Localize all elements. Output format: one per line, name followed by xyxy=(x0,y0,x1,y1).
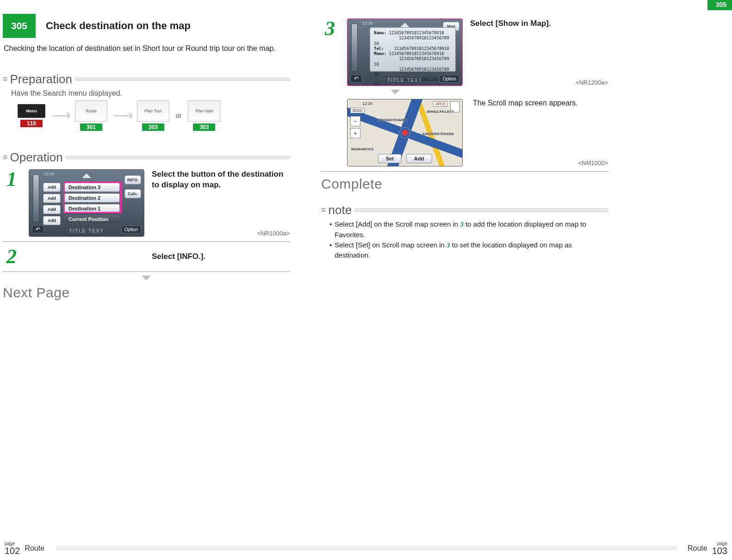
poi-tag: 4P03 xyxy=(433,101,447,107)
ref-tag-303b[interactable]: 303 xyxy=(193,123,215,131)
ref-tag-115[interactable]: 115 xyxy=(20,120,43,127)
or-label: or xyxy=(176,112,181,119)
note-line-2: • Select [Set] on Scroll map screen in 3… xyxy=(329,240,608,261)
step-number-1: 1 xyxy=(3,169,20,237)
note-line-1: • Select [Add] on the Scroll map screen … xyxy=(329,219,608,240)
complete-label: Complete xyxy=(321,176,608,192)
step3-text: Select [Show in Map]. xyxy=(470,18,608,79)
option-button[interactable]: Option xyxy=(440,75,459,83)
page-footer: page 102 Route Route page 103 xyxy=(5,542,727,555)
map-pin-icon xyxy=(400,128,410,138)
arrow-icon xyxy=(52,112,68,119)
scale-label: 300m xyxy=(350,108,365,113)
top-right-page-tab: 305 xyxy=(707,0,732,10)
add-button[interactable]: Add xyxy=(43,205,61,214)
section-header: 305 Check destination on the map xyxy=(3,14,290,38)
chevron-down-icon xyxy=(391,90,400,94)
back-button[interactable]: ↶ xyxy=(350,74,362,83)
preparation-label: Preparation xyxy=(10,72,72,86)
separator xyxy=(3,241,290,242)
separator xyxy=(3,271,290,272)
screen-id-nr1200a: <NR1200a> xyxy=(576,79,608,86)
operation-label: Operation xyxy=(10,150,63,165)
add-button[interactable]: Add xyxy=(406,154,432,163)
footer-category-left: Route xyxy=(25,544,44,553)
right-page-number: page 103 xyxy=(712,542,727,555)
preparation-heading: ≡ Preparation xyxy=(3,72,290,86)
chevron-down-icon xyxy=(142,276,151,280)
scroll-slider[interactable] xyxy=(351,24,358,72)
calc-button[interactable]: Calc. xyxy=(124,189,141,198)
step-1: 1 12:34 Add Add Add Add Destination 3 xyxy=(3,169,290,237)
step1-text: Select the button of the destination to … xyxy=(152,169,290,230)
screenshot-step3: 12:34 Map Name: 12345678910123456789​10 … xyxy=(347,18,463,86)
name-label: Name: xyxy=(374,31,386,35)
rule-icon: ≡ xyxy=(321,208,326,213)
separator xyxy=(321,171,608,172)
step-3: 3 12:34 Map Name: 12345678910123456789​1… xyxy=(321,18,608,86)
destination-item[interactable]: Destination 3 xyxy=(64,183,120,192)
scroll-slider[interactable] xyxy=(33,174,39,222)
add-button[interactable]: Add xyxy=(43,216,61,225)
map-label: KENNEDYDAMM xyxy=(377,118,407,122)
scroll-up-icon[interactable] xyxy=(82,173,91,178)
section-description: Checking the location of destination set… xyxy=(4,44,290,53)
bullet-icon: • xyxy=(329,240,332,261)
map-label: BISMARCKS xyxy=(351,147,373,151)
page-number-box: 305 xyxy=(3,14,36,38)
plan-navi-thumb[interactable]: Plan Navi xyxy=(188,100,220,122)
scroll-up-icon[interactable] xyxy=(400,23,409,27)
add-button[interactable]: Add xyxy=(43,183,61,192)
left-page-number: page 102 xyxy=(5,542,20,555)
menu-thumb[interactable]: Menu xyxy=(18,104,45,118)
preparation-sequence: Menu 115 Route 301 Plan Tour 303 or Plan… xyxy=(18,100,290,131)
clock-label: 12:34 xyxy=(44,172,55,176)
zoom-out-button[interactable]: − xyxy=(350,116,360,126)
option-button[interactable]: Option xyxy=(121,226,141,234)
note-heading: ≡ note xyxy=(321,203,608,217)
add-button[interactable]: Add xyxy=(43,194,61,203)
memo-label: Memo: xyxy=(374,51,386,56)
clock-label: 12:34 xyxy=(362,21,373,25)
note-label: note xyxy=(329,203,352,217)
ref-tag-303a[interactable]: 303 xyxy=(142,123,164,131)
plan-tour-thumb[interactable]: Plan Tour xyxy=(137,100,169,122)
step-2: 2 Select [INFO.]. xyxy=(3,246,290,267)
step-ref-3: 3 xyxy=(447,241,450,249)
arrow-icon xyxy=(114,112,130,119)
rule-icon: ≡ xyxy=(3,77,7,82)
preparation-instruction: Have the Search menu displayed. xyxy=(11,89,290,98)
screen-title: TITLE TEXT xyxy=(69,228,104,234)
screenshot-scroll-map: 12:34 300m − + 4P03 KENNEDYDAMM KAISERST… xyxy=(347,99,463,166)
rule-icon: ≡ xyxy=(3,155,7,160)
info-button[interactable]: INFO. xyxy=(124,175,141,185)
map-label: ARNULFKLETT xyxy=(427,110,454,114)
operation-heading: ≡ Operation xyxy=(3,150,290,165)
step-3-result: 0 12:34 300m − + 4P03 KENNEDYDAMM KAISER… xyxy=(321,99,608,166)
zoom-in-button[interactable]: + xyxy=(350,128,360,138)
screen-title: TITLE TEXT xyxy=(387,78,422,83)
step-number-2: 2 xyxy=(3,246,20,267)
info-panel: Name: 12345678910123456789​10 1234567891… xyxy=(370,27,456,72)
ref-tag-301[interactable]: 301 xyxy=(80,123,102,131)
tel-label: Tel: xyxy=(374,46,384,51)
footer-rule xyxy=(56,547,676,550)
step3-result-text: The Scroll map screen appears. xyxy=(473,99,608,107)
current-position-item[interactable]: Current Position xyxy=(64,215,120,224)
footer-category-right: Route xyxy=(688,544,707,553)
screen-id-nm1000: <NM1000> xyxy=(578,160,608,166)
screen-id-nr1000a: <NR1000a> xyxy=(257,230,290,237)
set-button[interactable]: Set xyxy=(378,154,402,163)
step-number-3: 3 xyxy=(321,18,339,86)
clock-label: 12:34 xyxy=(362,101,373,106)
route-thumb[interactable]: Route xyxy=(75,100,107,122)
bullet-icon: • xyxy=(329,219,332,240)
destination-item[interactable]: Destination 2 xyxy=(64,193,120,203)
next-page-label: Next Page xyxy=(3,285,290,301)
step2-text: Select [INFO.]. xyxy=(152,252,290,262)
map-label: KAISERSTRASSE xyxy=(422,132,454,136)
back-button[interactable]: ↶ xyxy=(32,225,44,234)
screenshot-step1: 12:34 Add Add Add Add Destination 3 Dest… xyxy=(29,169,144,237)
destination-item[interactable]: Destination 1 xyxy=(64,204,120,213)
step-ref-3: 3 xyxy=(460,221,464,228)
